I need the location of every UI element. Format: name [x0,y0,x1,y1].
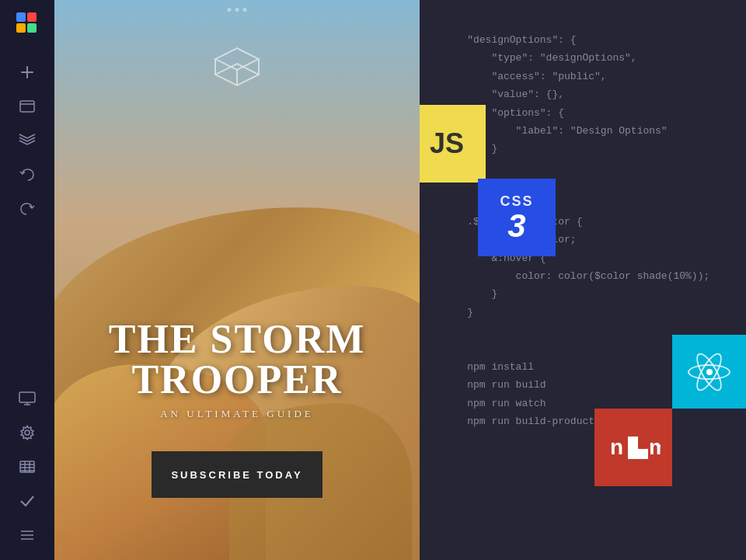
browser-icon[interactable] [12,91,43,122]
hamburger-menu-icon[interactable] [12,520,43,551]
dot-1 [228,8,232,12]
settings-icon[interactable] [12,417,43,448]
redo-icon[interactable] [12,193,43,224]
check-icon[interactable] [12,485,43,517]
dot-3 [243,8,247,12]
svg-rect-29 [638,437,648,449]
svg-rect-1 [27,12,37,22]
svg-rect-6 [20,101,34,112]
preview-headline-area: THE STORM TROOPER AN ULTIMATE GUIDE [54,319,420,420]
svg-point-11 [25,430,30,435]
add-icon[interactable] [12,57,43,88]
npm-badge: n m [594,409,672,486]
undo-icon[interactable] [12,159,43,190]
svg-text:n: n [610,435,623,459]
preview-background: THE STORM TROOPER AN ULTIMATE GUIDE SUBS… [54,0,420,560]
css3-badge: CSS 3 [478,179,556,256]
code-editor-panel: "designOptions": { "type": "designOption… [420,0,746,560]
table-icon[interactable] [12,451,43,482]
sidebar [0,0,54,560]
react-atom-icon [686,349,733,395]
svg-rect-3 [27,23,37,33]
monitor-icon[interactable] [12,383,43,414]
window-dots [228,8,247,12]
svg-text:m: m [649,435,661,459]
svg-marker-21 [215,48,259,70]
svg-rect-0 [16,12,26,22]
svg-rect-2 [16,23,26,33]
stack-icon [214,47,260,89]
js-badge: JS [420,105,486,183]
svg-rect-5 [21,71,33,73]
preview-panel: THE STORM TROOPER AN ULTIMATE GUIDE SUBS… [54,0,420,560]
subscribe-button[interactable]: SUBSCRIBE TODAY [152,451,322,498]
app-logo [13,9,41,41]
layers-icon[interactable] [12,125,43,156]
dot-2 [235,8,239,12]
svg-rect-8 [19,392,35,402]
subscribe-label: SUBSCRIBE TODAY [171,469,302,481]
react-badge [672,335,746,409]
headline-text: THE STORM TROOPER [70,319,404,400]
subheadline-text: AN ULTIMATE GUIDE [70,408,404,420]
